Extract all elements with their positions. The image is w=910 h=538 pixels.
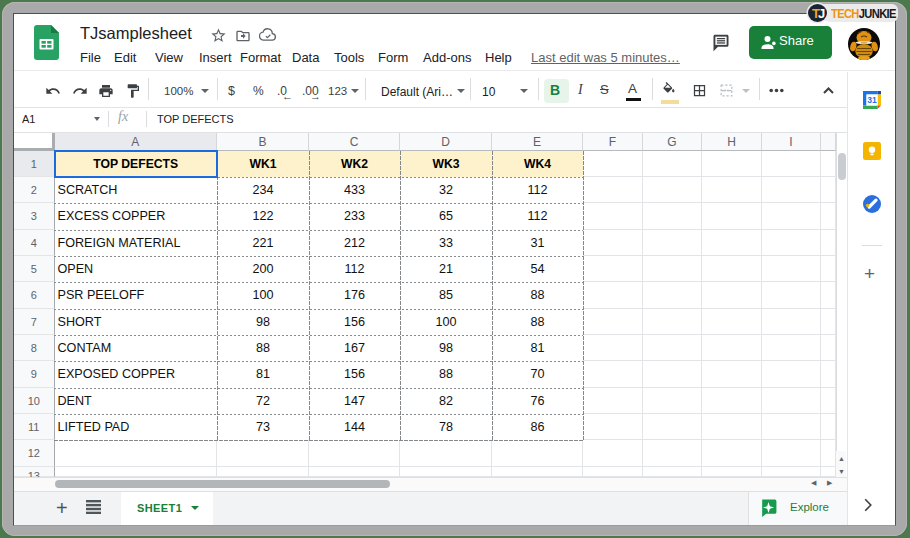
svg-text:31: 31: [867, 95, 877, 105]
